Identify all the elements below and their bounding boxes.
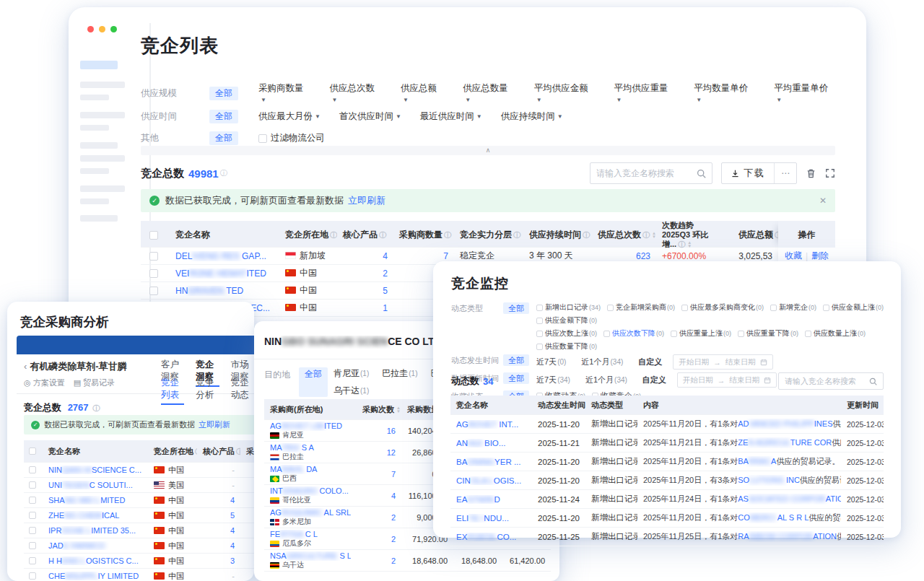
search-input[interactable]: 请输入竞企名称搜索	[590, 162, 712, 184]
monitor-option-竞企新增采购商[interactable]: 竞企新增采购商(0)	[607, 302, 675, 313]
core-products-cell[interactable]: 4	[337, 251, 393, 261]
core-products-cell[interactable]: 4	[197, 541, 240, 550]
purchase-times-cell[interactable]: 12	[357, 448, 401, 457]
monitor-option-供应次数上涨[interactable]: 供应次数上涨(0)	[536, 328, 597, 338]
filter-checkbox-option[interactable]: 过滤物流公司	[258, 132, 325, 144]
company-name-cell[interactable]: IPROCHE LIMITED 35...	[43, 526, 148, 535]
monitor-option-供应金额下降[interactable]: 供应金额下降(0)	[536, 315, 597, 326]
buyer-name-cell[interactable]: AGROQUIMIC AL SRL多米尼加	[264, 508, 357, 526]
filter-dropdown[interactable]: 供应总额▼	[401, 82, 444, 105]
filter-chip-all[interactable]: 全部	[299, 367, 328, 397]
custom-range-label[interactable]: 自定义	[638, 357, 662, 367]
table-row[interactable]: JADE FARMCO中国4	[24, 538, 254, 554]
purchase-times-cell[interactable]: 16	[357, 427, 401, 435]
checkbox[interactable]	[29, 447, 36, 455]
download-button[interactable]: 下载	[722, 163, 774, 183]
monitor-option-供应数量上涨[interactable]: 供应数量上涨(0)	[805, 328, 866, 338]
table-row[interactable]: EXPORTA CO...2025-11-25新增出口记录2025年11月25日…	[450, 528, 884, 546]
table-row[interactable]: ZHENG CHEMICAL中国5	[24, 508, 254, 523]
table-row[interactable]: NSAGRICULTURE S LI...乌干达218,648.0018,648…	[264, 550, 551, 572]
filter-chip-all[interactable]: 全部	[503, 302, 529, 314]
core-products-cell[interactable]: -	[197, 572, 240, 580]
core-products-cell[interactable]: 1	[337, 303, 393, 313]
checkbox[interactable]	[29, 466, 36, 473]
purchase-times-cell[interactable]: 2	[357, 513, 401, 522]
minimize-window-icon[interactable]	[99, 26, 105, 32]
delete-button[interactable]: 删除	[811, 250, 829, 262]
core-products-cell[interactable]: -	[197, 481, 240, 489]
checkbox[interactable]	[738, 331, 744, 337]
buyer-count-cell[interactable]: 7	[393, 251, 454, 261]
destination-option-巴拉圭[interactable]: 巴拉圭(1)	[382, 367, 417, 380]
company-name-cell[interactable]: JADE FARMCO	[43, 541, 148, 550]
checkbox[interactable]	[149, 287, 158, 295]
monitor-option-供应次数下降[interactable]: 供应次数下降(0)	[603, 328, 664, 338]
table-row[interactable]: ANHUI BIO...2025-11-21新增出口记录2025年11月21日，…	[450, 434, 884, 453]
trash-icon[interactable]	[806, 168, 816, 179]
destination-option-肯尼亚[interactable]: 肯尼亚(1)	[334, 367, 369, 380]
purchase-times-cell[interactable]: 4	[357, 492, 401, 500]
filter-dropdown[interactable]: 平均数量单价▼	[694, 82, 755, 105]
buyer-name-cell[interactable]: FERTISA C L厄瓜多尔	[264, 530, 357, 548]
filter-dropdown[interactable]: 首次供应时间▼	[339, 110, 401, 123]
table-row[interactable]: NINQIAN HISCIENCE C...中国-	[24, 463, 254, 478]
core-products-cell[interactable]: 4	[197, 526, 240, 535]
purchase-times-cell[interactable]: 7	[357, 470, 401, 479]
subtab-竞企列表[interactable]: 竞企列表	[161, 377, 184, 405]
checkbox[interactable]	[770, 305, 777, 311]
maximize-window-icon[interactable]	[110, 26, 117, 32]
time-option-近7天[interactable]: 近7天(0)	[536, 357, 566, 367]
checkbox[interactable]	[536, 318, 543, 324]
table-row[interactable]: BAONINGYER ...2025-11-20新增出口记录2025年11月20…	[450, 453, 884, 471]
subtab-竞企动态[interactable]: 竞企动态	[231, 377, 254, 405]
company-name-cell[interactable]: ELITE INDU...	[450, 514, 532, 523]
time-option-近1个月[interactable]: 近1个月(34)	[581, 357, 623, 367]
company-name-cell[interactable]: CHEMSUPPLIY LIMITED	[43, 572, 148, 580]
checkbox[interactable]	[29, 512, 36, 519]
core-products-cell[interactable]: 5	[337, 286, 393, 296]
monitor-option-新增竞企[interactable]: 新增竞企(0)	[770, 302, 816, 313]
close-icon[interactable]: ✕	[819, 196, 827, 206]
core-products-cell[interactable]: 5	[197, 511, 240, 520]
nav-link-方案设置[interactable]: ◎ 方案设置	[24, 377, 65, 388]
destination-option-乌干达[interactable]: 乌干达(1)	[334, 385, 369, 397]
company-name-cell[interactable]: HNGRAVEN TED	[170, 286, 279, 296]
monitor-option-供应金额上涨[interactable]: 供应金额上涨(0)	[823, 302, 884, 313]
filter-dropdown[interactable]: 平均重量单价▼	[774, 82, 835, 105]
breadcrumb[interactable]: ‹有机磷类除草剂-草甘膦	[24, 360, 127, 373]
checkbox[interactable]	[29, 572, 36, 580]
buyer-name-cell[interactable]: INTERAGRO COLO...哥伦比亚	[264, 486, 357, 504]
checkbox[interactable]	[536, 331, 543, 337]
supply-times-cell[interactable]: 623	[592, 251, 656, 261]
company-name-cell[interactable]: H HENG LOGISTICS C...	[43, 556, 148, 565]
buyer-name-cell[interactable]: NSAGRICULTURE S LI...乌干达	[264, 551, 357, 569]
table-row[interactable]: AGROVET INT...2025-11-20新增出口记录2025年11月20…	[450, 415, 884, 434]
checkbox[interactable]	[536, 305, 543, 311]
filter-dropdown[interactable]: 平均供应金额▼	[534, 82, 596, 105]
company-name-cell[interactable]: ZHENG CHEMICAL	[43, 511, 148, 520]
checkbox[interactable]	[29, 527, 36, 534]
favorite-button[interactable]: 收藏	[785, 250, 802, 262]
table-row[interactable]: H HENG LOGISTICS C...中国3	[24, 554, 254, 569]
back-chevron-icon[interactable]: ‹	[24, 361, 27, 372]
filter-chip-all[interactable]: 全部	[503, 354, 529, 366]
monitor-option-供应重量下降[interactable]: 供应重量下降(0)	[738, 328, 798, 338]
filter-chip-all[interactable]: 全部	[209, 110, 238, 123]
buyer-name-cell[interactable]: MARAVIL DA巴西	[264, 465, 357, 483]
buyer-name-cell[interactable]: MATRIX S A巴拉圭	[264, 443, 357, 461]
checkbox[interactable]	[149, 252, 158, 261]
sort-icon[interactable]: ▲▼	[687, 241, 692, 248]
filter-dropdown[interactable]: 最近供应时间▼	[420, 110, 482, 123]
checkbox[interactable]	[603, 331, 610, 337]
table-row[interactable]: ELITE INDU...2025-11-20新增出口记录2025年11月20日…	[450, 509, 884, 528]
monitor-option-供应重量上涨[interactable]: 供应重量上涨(0)	[671, 328, 731, 338]
checkbox[interactable]	[149, 231, 158, 240]
filter-dropdown[interactable]: 供应最大月份▼	[258, 110, 321, 123]
company-name-cell[interactable]: ANHUI BIO...	[450, 439, 532, 447]
table-row[interactable]: IPROCHE LIMITED 35...中国4	[24, 523, 254, 538]
filter-dropdown[interactable]: 供应总数量▼	[463, 82, 515, 105]
table-row[interactable]: UNITEGENC SOLUTI...美国-	[24, 478, 254, 493]
more-actions-button[interactable]: ⋯	[774, 163, 796, 183]
checkbox[interactable]	[29, 542, 36, 549]
checkbox[interactable]	[29, 481, 36, 489]
